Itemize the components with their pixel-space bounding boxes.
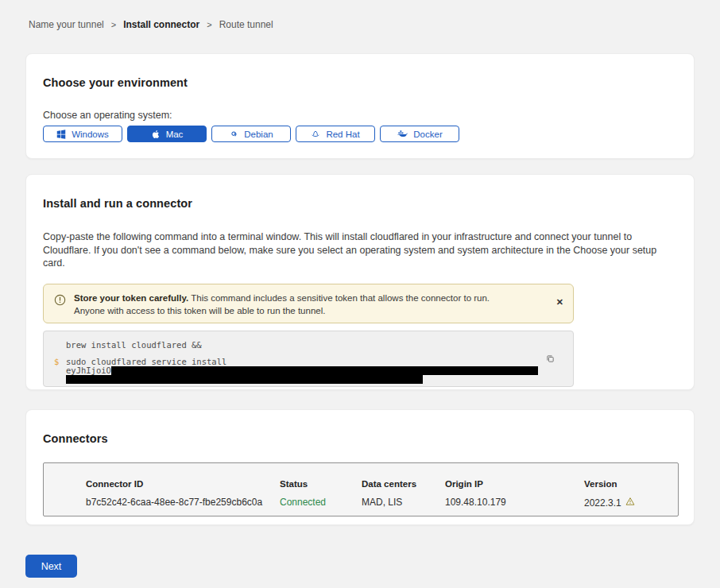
install-connector-title: Install and run a connector: [43, 197, 677, 210]
col-header-version: Version: [584, 479, 617, 489]
breadcrumb-step-route-tunnel[interactable]: Route tunnel: [219, 19, 273, 30]
token-prefix: eyJhIjoiO: [66, 366, 111, 375]
redhat-icon: [311, 130, 320, 139]
os-button-label: Windows: [72, 130, 109, 139]
col-header-data-centers: Data centers: [362, 479, 445, 489]
breadcrumb-separator: >: [111, 20, 116, 29]
redacted-token-bar: [66, 375, 423, 384]
os-button-redhat[interactable]: Red Hat: [296, 126, 375, 142]
version-value: 2022.3.1: [584, 497, 635, 509]
status-badge: Connected: [280, 497, 362, 509]
os-button-group: Windows Mac Debian Red Hat: [43, 126, 677, 142]
os-button-label: Docker: [413, 130, 442, 139]
alert-circle-icon: [54, 294, 66, 309]
token-warning-banner: Store your token carefully. This command…: [43, 284, 574, 323]
data-centers-value: MAD, LIS: [362, 497, 445, 509]
connector-id-value: b7c52c42-6caa-48ee-8c77-fbe259cb6c0a: [86, 497, 280, 509]
windows-icon: [56, 130, 66, 139]
apple-icon: [151, 130, 161, 139]
os-button-debian[interactable]: Debian: [211, 126, 291, 142]
connectors-card: Connectors Connector ID Status Data cent…: [25, 409, 695, 525]
token-warning-title: Store your token carefully.: [74, 293, 188, 303]
breadcrumb-separator: >: [207, 20, 211, 29]
close-icon[interactable]: ✕: [556, 298, 563, 307]
os-button-label: Red Hat: [326, 130, 359, 139]
token-line: [66, 375, 562, 384]
connectors-table-header-row: Connector ID Status Data centers Origin …: [86, 479, 678, 489]
os-button-mac[interactable]: Mac: [127, 126, 207, 142]
code-line-service-install: sudo cloudflared service install: [66, 357, 562, 366]
token-line: eyJhIjoiO: [66, 366, 562, 375]
debian-icon: [229, 130, 238, 139]
connectors-title: Connectors: [43, 432, 677, 445]
connectors-table: Connector ID Status Data centers Origin …: [43, 462, 679, 516]
install-command-code-block: brew install cloudflared && $ sudo cloud…: [43, 331, 574, 387]
copy-icon[interactable]: [545, 354, 555, 366]
tunnel-setup-page: Name your tunnel > Install connector > R…: [0, 0, 720, 578]
col-header-origin-ip: Origin IP: [445, 479, 584, 489]
col-header-connector-id: Connector ID: [86, 479, 280, 489]
next-button[interactable]: Next: [25, 555, 77, 578]
table-row: b7c52c42-6caa-48ee-8c77-fbe259cb6c0a Con…: [86, 497, 678, 509]
col-header-status: Status: [280, 479, 362, 489]
version-number: 2022.3.1: [584, 497, 621, 509]
breadcrumb: Name your tunnel > Install connector > R…: [29, 19, 695, 30]
redacted-token-bar: [111, 366, 538, 375]
choose-environment-card: Choose your environment Choose an operat…: [25, 53, 695, 159]
install-instructions-text: Copy-paste the following command into a …: [43, 230, 677, 270]
os-select-label: Choose an operating system:: [43, 110, 677, 121]
os-button-docker[interactable]: Docker: [380, 126, 459, 142]
docker-icon: [397, 130, 408, 138]
install-connector-card: Install and run a connector Copy-paste t…: [25, 174, 695, 390]
os-button-windows[interactable]: Windows: [43, 126, 122, 142]
breadcrumb-step-name-tunnel[interactable]: Name your tunnel: [29, 19, 104, 30]
shell-prompt: $: [54, 357, 59, 366]
token-warning-text: Store your token carefully. This command…: [74, 292, 519, 317]
choose-environment-title: Choose your environment: [43, 76, 677, 89]
breadcrumb-step-install-connector[interactable]: Install connector: [123, 19, 199, 30]
os-button-label: Mac: [166, 130, 184, 139]
warning-triangle-icon: [625, 497, 635, 509]
origin-ip-value: 109.48.10.179: [445, 497, 584, 509]
code-line-brew-install: brew install cloudflared &&: [66, 340, 562, 350]
os-button-label: Debian: [244, 130, 273, 139]
